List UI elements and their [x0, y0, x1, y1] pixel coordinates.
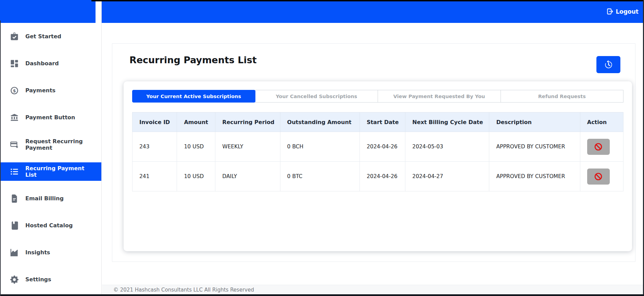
cell-next-billing-cycle-date: 2024-05-03 — [405, 132, 489, 162]
window-top-border — [91, 0, 644, 1]
gear-icon — [10, 275, 19, 284]
tab-cancelled-subscriptions[interactable]: Your Cancelled Subscriptions — [255, 90, 378, 103]
col-start-date: Start Date — [359, 112, 405, 132]
sidebar-item-hosted-catalog[interactable]: Hosted Catalog — [0, 216, 101, 235]
page-title: Recurring Payments List — [129, 55, 257, 65]
ban-icon — [594, 143, 603, 151]
dollar-circle-icon: $ — [10, 86, 19, 95]
card-plus-icon — [10, 140, 19, 149]
sidebar-item-insights[interactable]: Insights — [0, 243, 101, 262]
cell-action — [580, 162, 623, 191]
cell-recurring-period: DAILY — [215, 162, 280, 191]
sidebar-item-label: Insights — [25, 249, 50, 256]
cancel-subscription-button[interactable] — [587, 169, 610, 185]
cell-description: APPROVED BY CUSTOMER — [489, 132, 580, 162]
tab-refund-requests[interactable]: Refund Requests — [501, 90, 624, 103]
sidebar-item-label: Email Billing — [25, 195, 64, 202]
sidebar-item-email-billing[interactable]: Email Billing — [0, 189, 101, 208]
cell-action — [580, 132, 623, 162]
sidebar-item-label: Hosted Catalog — [25, 222, 73, 229]
sidebar-item-recurring-payment-list[interactable]: Recurring Payment List — [0, 162, 101, 181]
sidebar-item-label: Settings — [25, 276, 51, 283]
sidebar-item-payments[interactable]: $ Payments — [0, 81, 101, 100]
copyright-text: © 2021 Hashcash Consultants LLC All Righ… — [113, 287, 254, 293]
cell-description: APPROVED BY CUSTOMER — [489, 162, 580, 191]
cell-amount: 10 USD — [177, 132, 215, 162]
cell-invoice-id: 241 — [132, 162, 177, 191]
history-icon — [604, 60, 613, 69]
sidebar: Get Started Dashboard $ Payments Payment… — [0, 0, 102, 296]
col-outstanding-amount: Outstanding Amount — [280, 112, 359, 132]
sidebar-item-payment-button[interactable]: Payment Button — [0, 108, 101, 127]
sidebar-item-label: Request Recurring Payment — [25, 138, 97, 151]
sidebar-item-label: Recurring Payment List — [25, 165, 97, 178]
dashboard-grid-icon — [10, 59, 19, 68]
window-left-border — [0, 21, 1, 296]
cell-invoice-id: 243 — [132, 132, 177, 162]
col-recurring-period: Recurring Period — [215, 112, 280, 132]
sidebar-item-request-recurring-payment[interactable]: Request Recurring Payment — [0, 135, 101, 154]
refresh-button[interactable] — [596, 56, 620, 73]
window-bottom-border — [0, 294, 644, 296]
tab-current-active-subscriptions[interactable]: Your Current Active Subscriptions — [132, 90, 255, 103]
bank-icon — [10, 113, 19, 122]
ban-icon — [594, 172, 603, 181]
recurring-payments-card: Recurring Payments List Your Current Act… — [112, 43, 635, 262]
cell-start-date: 2024-04-26 — [359, 132, 405, 162]
col-next-billing-cycle-date: Next Billing Cycle Date — [405, 112, 489, 132]
sidebar-item-label: Get Started — [25, 33, 61, 40]
topbar: Logout — [96, 0, 644, 23]
list-icon — [10, 167, 19, 176]
book-icon — [10, 221, 19, 230]
sidebar-item-get-started[interactable]: Get Started — [0, 27, 101, 46]
tab-group: Your Current Active Subscriptions Your C… — [132, 90, 623, 103]
sidebar-item-label: Payment Button — [25, 114, 75, 121]
cancel-subscription-button[interactable] — [587, 139, 610, 155]
briefcase-check-icon — [10, 32, 19, 41]
logout-label: Logout — [616, 8, 639, 15]
svg-text:$: $ — [13, 88, 16, 93]
file-text-icon — [10, 194, 19, 203]
sidebar-nav: Get Started Dashboard $ Payments Payment… — [0, 23, 101, 289]
logout-button[interactable]: Logout — [606, 8, 639, 15]
logo-area — [0, 0, 96, 23]
cell-amount: 10 USD — [177, 162, 215, 191]
sidebar-item-settings[interactable]: Settings — [0, 270, 101, 289]
app-window: Logout Get Started Dashboard $ — [0, 0, 644, 296]
table-row: 241 10 USD DAILY 0 BTC 2024-04-26 2024-0… — [132, 162, 623, 191]
footer: © 2021 Hashcash Consultants LLC All Righ… — [102, 285, 643, 294]
cell-recurring-period: WEEKLY — [215, 132, 280, 162]
sidebar-item-label: Dashboard — [25, 60, 59, 67]
col-action: Action — [580, 112, 623, 132]
cell-start-date: 2024-04-26 — [359, 162, 405, 191]
table-header-row: Invoice ID Amount Recurring Period Outst… — [132, 112, 623, 132]
sidebar-item-dashboard[interactable]: Dashboard — [0, 54, 101, 73]
cell-outstanding-amount: 0 BTC — [280, 162, 359, 191]
col-invoice-id: Invoice ID — [132, 112, 177, 132]
col-amount: Amount — [177, 112, 215, 132]
subscriptions-table: Invoice ID Amount Recurring Period Outst… — [132, 112, 623, 191]
tab-view-payment-requested[interactable]: View Payment Requested By You — [378, 90, 501, 103]
table-row: 243 10 USD WEEKLY 0 BCH 2024-04-26 2024-… — [132, 132, 623, 162]
sidebar-item-label: Payments — [25, 87, 55, 94]
cell-outstanding-amount: 0 BCH — [280, 132, 359, 162]
cell-next-billing-cycle-date: 2024-04-27 — [405, 162, 489, 191]
subscriptions-panel: Your Current Active Subscriptions Your C… — [124, 81, 632, 251]
chart-line-icon — [10, 248, 19, 257]
col-description: Description — [489, 112, 580, 132]
logout-icon — [606, 8, 614, 15]
